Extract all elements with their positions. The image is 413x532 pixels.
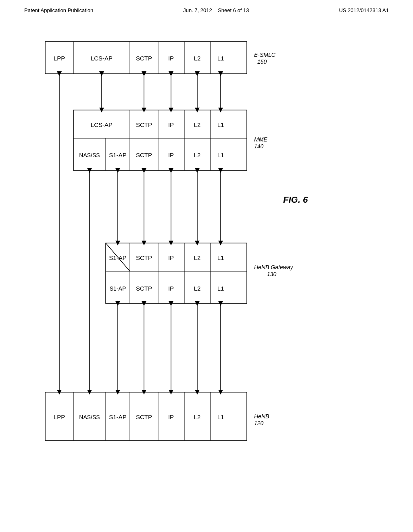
svg-text:IP: IP	[168, 254, 174, 261]
svg-text:L1: L1	[217, 414, 224, 420]
svg-text:NAS/SS: NAS/SS	[79, 414, 100, 420]
svg-text:150: 150	[257, 58, 267, 65]
svg-rect-14	[73, 110, 247, 170]
svg-text:L2: L2	[194, 254, 201, 261]
svg-text:LCS-AP: LCS-AP	[91, 121, 113, 128]
svg-text:L2: L2	[194, 55, 201, 62]
svg-text:NAS/SS: NAS/SS	[79, 152, 100, 158]
header-center: Jun. 7, 2012 Sheet 6 of 13	[183, 7, 249, 13]
svg-text:IP: IP	[168, 285, 174, 292]
header-right: US 2012/0142313 A1	[339, 7, 389, 13]
svg-text:L2: L2	[194, 414, 201, 420]
svg-text:S1-AP: S1-AP	[109, 414, 126, 420]
svg-text:S1-AP: S1-AP	[110, 285, 126, 292]
svg-text:SCTP: SCTP	[136, 285, 152, 292]
svg-text:IP: IP	[168, 152, 174, 158]
svg-text:IP: IP	[168, 414, 174, 420]
header-left: Patent Application Publication	[24, 7, 93, 13]
svg-text:SCTP: SCTP	[136, 121, 152, 128]
svg-text:L1: L1	[217, 152, 224, 158]
svg-text:L1: L1	[217, 121, 224, 128]
svg-text:SCTP: SCTP	[136, 414, 152, 420]
svg-text:SCTP: SCTP	[136, 254, 152, 261]
page-header: Patent Application Publication Jun. 7, 2…	[0, 0, 413, 17]
svg-text:L1: L1	[217, 285, 224, 292]
svg-text:IP: IP	[168, 55, 174, 62]
diagram-area: LPP LCS-AP SCTP IP L2 L1 E-SMLC 150 LCS-…	[0, 17, 413, 525]
svg-text:MME: MME	[254, 136, 267, 143]
svg-text:LCS-AP: LCS-AP	[91, 55, 113, 62]
svg-text:LPP: LPP	[54, 55, 65, 62]
svg-text:SCTP: SCTP	[136, 152, 152, 158]
svg-text:140: 140	[254, 143, 264, 150]
svg-text:HeNB Gateway: HeNB Gateway	[254, 264, 293, 270]
svg-text:SCTP: SCTP	[136, 55, 152, 62]
svg-text:L2: L2	[194, 152, 201, 158]
svg-text:IP: IP	[168, 121, 174, 128]
svg-text:S1-AP: S1-AP	[109, 254, 126, 261]
svg-text:E-SMLC: E-SMLC	[254, 52, 276, 58]
svg-text:130: 130	[267, 271, 277, 277]
svg-text:HeNB: HeNB	[254, 413, 269, 420]
svg-text:S1-AP: S1-AP	[109, 152, 126, 158]
svg-rect-38	[106, 243, 247, 303]
svg-text:L1: L1	[217, 55, 224, 62]
protocol-stack-diagram: LPP LCS-AP SCTP IP L2 L1 E-SMLC 150 LCS-…	[33, 29, 380, 513]
svg-text:L2: L2	[194, 121, 201, 128]
svg-text:L2: L2	[194, 285, 201, 292]
svg-text:FIG. 6: FIG. 6	[283, 195, 308, 205]
svg-text:LPP: LPP	[54, 414, 65, 420]
svg-text:120: 120	[254, 420, 264, 426]
svg-text:L1: L1	[217, 254, 224, 261]
